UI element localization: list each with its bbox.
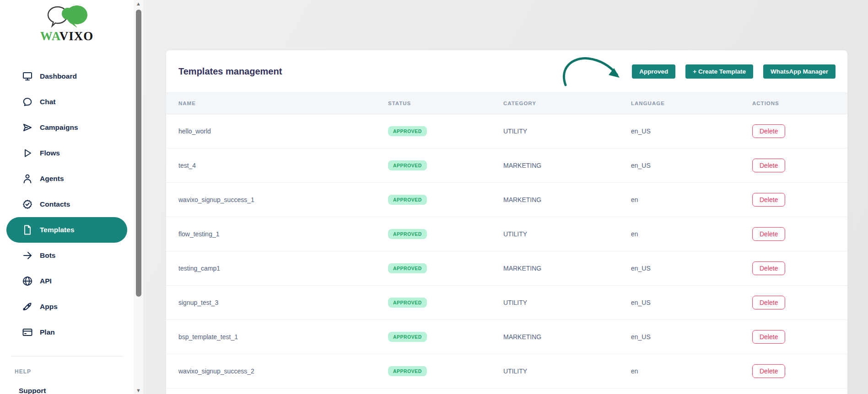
table-row: bsp_template_test_1 APPROVED MARKETING e… <box>166 320 847 354</box>
column-header-actions: ACTIONS <box>752 101 847 106</box>
wavixo-bubbles-icon <box>44 4 90 30</box>
sidebar-item-label: Agents <box>40 175 64 183</box>
template-name: wavixo_signup_success_1 <box>178 196 388 203</box>
status-badge: APPROVED <box>388 229 427 239</box>
template-language: en_US <box>631 162 752 169</box>
sidebar-item-dashboard[interactable]: Dashboard <box>0 64 134 89</box>
template-name: signup_test_3 <box>178 299 388 306</box>
create-template-button[interactable]: + Create Template <box>685 64 753 79</box>
arrow-right-icon <box>22 250 33 261</box>
template-name: wavixo_signup_success_2 <box>178 367 388 375</box>
template-language: en_US <box>631 265 752 272</box>
template-language: en <box>631 367 752 375</box>
scrollbar-thumb[interactable] <box>136 10 141 297</box>
column-header-language: LANGUAGE <box>631 101 752 106</box>
sidebar-item-campaigns[interactable]: Campaigns <box>0 115 134 140</box>
annotation-arrow-icon <box>557 54 626 88</box>
approved-filter-button[interactable]: Approved <box>632 64 675 79</box>
table-header-row: NAME STATUS CATEGORY LANGUAGE ACTIONS <box>166 92 847 114</box>
sidebar-item-templates[interactable]: Templates <box>6 217 127 243</box>
sidebar-item-label: Bots <box>40 251 55 260</box>
main-content: Templates management Approved + Create T… <box>143 0 868 394</box>
send-icon <box>22 122 33 133</box>
sidebar-item-support[interactable]: Support <box>19 387 134 394</box>
sidebar: WAVIXO Dashboard Chat Campaigns Flows <box>0 0 134 394</box>
brand-name: WAVIXO <box>40 29 94 43</box>
scroll-down-icon[interactable]: ▼ <box>135 388 141 393</box>
page-title: Templates management <box>178 66 282 77</box>
column-header-category: CATEGORY <box>503 101 631 106</box>
sidebar-item-label: Campaigns <box>40 123 78 132</box>
delete-button[interactable]: Delete <box>752 227 785 241</box>
template-category: MARKETING <box>503 196 631 203</box>
sidebar-item-label: Plan <box>40 328 55 336</box>
table-row: hello_world APPROVED UTILITY en_US Delet… <box>166 114 847 149</box>
template-name: testing_camp1 <box>178 265 388 272</box>
template-category: MARKETING <box>503 333 631 341</box>
status-badge: APPROVED <box>388 263 427 273</box>
template-language: en_US <box>631 299 752 306</box>
delete-button[interactable]: Delete <box>752 193 785 207</box>
table-row: signup_test_3 APPROVED UTILITY en_US Del… <box>166 286 847 320</box>
delete-button[interactable]: Delete <box>752 261 785 275</box>
user-icon <box>22 173 33 185</box>
sidebar-item-flows[interactable]: Flows <box>0 140 134 166</box>
sidebar-divider <box>11 356 123 357</box>
table-row: wavixo_signup_success_2 APPROVED UTILITY… <box>166 354 847 389</box>
template-language: en <box>631 230 752 238</box>
brand-name-vixo: VIXO <box>59 29 94 43</box>
status-badge: APPROVED <box>388 160 427 170</box>
header-buttons: Approved + Create Template WhatsApp Mana… <box>632 64 836 79</box>
sidebar-item-label: Flows <box>40 149 60 157</box>
delete-button[interactable]: Delete <box>752 330 785 344</box>
sidebar-item-label: Apps <box>40 303 58 311</box>
file-icon <box>22 224 33 236</box>
template-language: en_US <box>631 128 752 135</box>
template-category: UTILITY <box>503 230 631 238</box>
sidebar-item-label: Chat <box>40 98 55 106</box>
column-header-status: STATUS <box>388 101 503 106</box>
sidebar-item-label: Templates <box>40 226 75 234</box>
sidebar-item-contacts[interactable]: Contacts <box>0 192 134 217</box>
credit-card-icon <box>22 326 33 338</box>
sidebar-scrollbar[interactable]: ▲ ▼ <box>134 0 143 394</box>
templates-card: Templates management Approved + Create T… <box>166 50 847 394</box>
delete-button[interactable]: Delete <box>752 364 785 378</box>
sidebar-nav: Dashboard Chat Campaigns Flows Agents <box>0 64 134 345</box>
sidebar-item-chat[interactable]: Chat <box>0 89 134 115</box>
status-badge: APPROVED <box>388 298 427 308</box>
badge-check-icon <box>22 198 33 210</box>
status-badge: APPROVED <box>388 332 427 342</box>
template-category: UTILITY <box>503 299 631 306</box>
sidebar-item-api[interactable]: API <box>0 268 134 294</box>
status-badge: APPROVED <box>388 126 427 136</box>
delete-button[interactable]: Delete <box>752 296 785 309</box>
template-category: UTILITY <box>503 128 631 135</box>
template-category: MARKETING <box>503 265 631 272</box>
sidebar-item-plan[interactable]: Plan <box>0 319 134 345</box>
delete-button[interactable]: Delete <box>752 124 785 138</box>
chat-bubble-icon <box>22 96 33 108</box>
play-icon <box>22 147 33 159</box>
monitor-icon <box>22 70 33 82</box>
brand-name-wa: WA <box>40 29 59 43</box>
scroll-up-icon[interactable]: ▲ <box>135 1 141 6</box>
status-badge: APPROVED <box>388 195 427 205</box>
whatsapp-manager-button[interactable]: WhatsApp Manager <box>763 64 836 79</box>
help-section-label: HELP <box>15 368 134 375</box>
sidebar-item-label: Contacts <box>40 200 70 208</box>
template-name: bsp_template_test_1 <box>178 333 388 341</box>
sidebar-item-label: API <box>40 277 52 285</box>
delete-button[interactable]: Delete <box>752 159 785 172</box>
card-header: Templates management Approved + Create T… <box>166 50 847 92</box>
sidebar-item-agents[interactable]: Agents <box>0 166 134 192</box>
brand-logo: WAVIXO <box>0 0 134 43</box>
sidebar-item-label: Dashboard <box>40 72 77 80</box>
template-language: en_US <box>631 333 752 341</box>
sidebar-item-apps[interactable]: Apps <box>0 294 134 319</box>
template-name: hello_world <box>178 128 388 135</box>
template-category: UTILITY <box>503 367 631 375</box>
table-row: flow_testing_1 APPROVED UTILITY en Delet… <box>166 217 847 251</box>
sidebar-item-bots[interactable]: Bots <box>0 243 134 268</box>
table-row: testing_camp1 APPROVED MARKETING en_US D… <box>166 251 847 286</box>
